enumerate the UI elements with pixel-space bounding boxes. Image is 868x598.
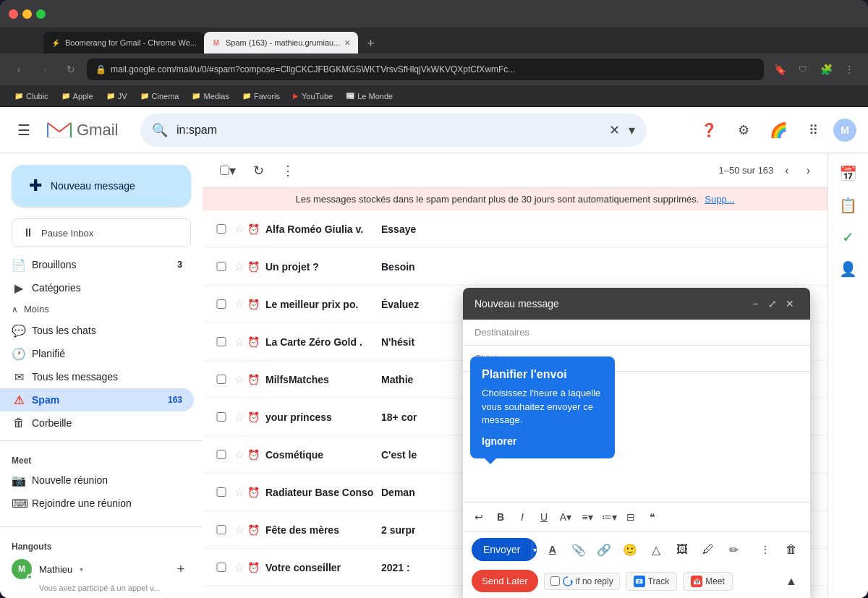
sidebar-item-planifie[interactable]: 🕐 Planifié xyxy=(0,342,194,365)
reload-button[interactable]: ↻ xyxy=(61,59,81,80)
pencil-button[interactable]: ✏ xyxy=(724,538,744,561)
bookmark-medias[interactable]: 📁 Medias xyxy=(186,90,234,103)
search-input[interactable] xyxy=(176,124,600,137)
bookmark-lemonde[interactable]: 📰 Le Monde xyxy=(340,90,399,103)
star-icon[interactable]: ☆ xyxy=(234,410,244,424)
bookmark-youtube[interactable]: ▶ YouTube xyxy=(287,90,339,103)
format-list-button[interactable]: ≔▾ xyxy=(599,507,619,527)
rainbow-icon[interactable]: 🌈 xyxy=(764,116,793,145)
right-icon-calendar[interactable]: 📅 xyxy=(834,159,863,188)
footer-more-button[interactable]: ⋮ xyxy=(755,538,775,561)
right-icon-tasks[interactable]: ✓ xyxy=(834,223,863,252)
hamburger-menu[interactable]: ☰ xyxy=(12,116,36,145)
email-checkbox[interactable] xyxy=(214,450,229,459)
compose-to-field[interactable]: Destinataires xyxy=(463,320,810,346)
email-checkbox[interactable] xyxy=(214,375,229,384)
email-row[interactable]: ☆ ⏰ Alfa Roméo Giulia v. Essaye xyxy=(203,210,827,248)
star-icon[interactable]: ☆ xyxy=(234,448,244,461)
select-all-dropdown-icon[interactable]: ▾ xyxy=(229,163,236,179)
more-actions-button[interactable]: ⋮ xyxy=(276,160,300,181)
bookmark-clubic[interactable]: 📁 Clubic xyxy=(9,90,54,103)
select-all-button[interactable]: ▾ xyxy=(214,160,242,181)
bookmark-button[interactable]: 🔖 xyxy=(770,59,790,80)
format-align-button[interactable]: ≡▾ xyxy=(577,507,597,527)
if-no-reply-button[interactable]: if no reply xyxy=(544,573,620,590)
refresh-button[interactable]: ↻ xyxy=(247,160,270,181)
snooze-icon[interactable]: ⏰ xyxy=(247,299,260,310)
hangout-dropdown-icon[interactable]: ▾ xyxy=(80,565,83,573)
bookmark-apple[interactable]: 📁 Apple xyxy=(56,90,99,103)
send-dropdown-button[interactable]: ▾ xyxy=(532,539,536,560)
email-checkbox[interactable] xyxy=(214,563,229,572)
search-icon[interactable]: 🔍 xyxy=(152,122,168,138)
snooze-icon[interactable]: ⏰ xyxy=(247,223,260,235)
sidebar-item-brouillons[interactable]: 📄 Brouillons 3 xyxy=(0,253,194,276)
insert-link-button[interactable]: 🔗 xyxy=(594,538,614,561)
insert-emoji-button[interactable]: 🙂 xyxy=(620,538,640,561)
search-options-icon[interactable]: ▾ xyxy=(629,122,635,138)
sidebar-item-spam[interactable]: ⚠ Spam 163 xyxy=(0,388,194,411)
pause-inbox-button[interactable]: ⏸ Pause Inbox xyxy=(12,218,191,247)
settings-button[interactable]: ⚙ xyxy=(729,116,758,145)
maximize-button[interactable] xyxy=(36,9,46,19)
snooze-icon[interactable]: ⏰ xyxy=(247,524,260,536)
compose-body[interactable]: Planifier l'envoi Choisissez l'heure à l… xyxy=(463,372,810,502)
compose-expand-button[interactable]: ⤢ xyxy=(764,295,781,312)
meet-button[interactable]: 📅 Meet xyxy=(683,572,733,591)
email-checkbox[interactable] xyxy=(214,525,229,534)
sidebar-moins-header[interactable]: ∧ Moins xyxy=(0,299,203,319)
if-no-reply-checkbox[interactable] xyxy=(550,576,560,586)
sidebar-item-new-meeting[interactable]: 📷 Nouvelle réunion xyxy=(0,469,194,492)
format-font-color-button[interactable]: A▾ xyxy=(556,507,576,527)
extensions-icon[interactable]: 🧩 xyxy=(816,59,836,80)
snooze-icon[interactable]: ⏰ xyxy=(247,336,260,348)
minimize-button[interactable] xyxy=(22,9,32,19)
email-checkbox[interactable] xyxy=(214,262,229,271)
track-button[interactable]: 📧 Track xyxy=(626,572,678,591)
snooze-icon[interactable]: ⏰ xyxy=(247,374,260,385)
help-button[interactable]: ❓ xyxy=(694,116,723,145)
email-checkbox[interactable] xyxy=(214,412,229,422)
compose-button[interactable]: ✚ Nouveau message xyxy=(12,165,191,207)
snooze-icon[interactable]: ⏰ xyxy=(247,487,260,498)
star-icon[interactable]: ☆ xyxy=(234,372,244,386)
spam-notice-link[interactable]: Supp... xyxy=(705,194,734,205)
hangout-user-mathieu[interactable]: M Mathieu ▾ + xyxy=(0,555,203,584)
send-button[interactable]: Envoyer xyxy=(472,538,532,561)
send-later-button[interactable]: Send Later xyxy=(472,570,538,592)
email-row[interactable]: ☆ ⏰ Un projet ? Besoin xyxy=(203,248,827,286)
hangout-add-icon[interactable]: + xyxy=(171,559,191,579)
bookmark-jv[interactable]: 📁 JV xyxy=(101,90,133,103)
format-bold-button[interactable]: B xyxy=(490,507,511,527)
forward-button[interactable]: › xyxy=(35,59,55,80)
snooze-icon[interactable]: ⏰ xyxy=(247,449,260,461)
collapse-button[interactable]: ▲ xyxy=(781,571,801,591)
search-clear-icon[interactable]: ✕ xyxy=(609,122,620,138)
attach-file-button[interactable]: 📎 xyxy=(569,538,589,561)
pagination-prev-button[interactable]: ‹ xyxy=(779,161,794,180)
format-text-button[interactable]: A xyxy=(542,538,563,561)
right-icon-contacts[interactable]: 👤 xyxy=(834,255,863,283)
sidebar-item-corbeille[interactable]: 🗑 Corbeille xyxy=(0,411,194,435)
snooze-icon[interactable]: ⏰ xyxy=(247,411,260,423)
compose-minimize-button[interactable]: − xyxy=(746,295,764,312)
select-all-checkbox[interactable] xyxy=(220,166,229,175)
footer-delete-button[interactable]: 🗑 xyxy=(781,538,801,561)
tab-gmail[interactable]: M Spam (163) - mathieu.grumiau... × xyxy=(204,32,358,54)
insert-signature-button[interactable]: 🖊 xyxy=(698,538,718,561)
tab-boomerang[interactable]: ⚡ Boomerang for Gmail - Chrome We... xyxy=(43,32,204,54)
user-avatar[interactable]: M xyxy=(833,119,856,142)
compose-close-button[interactable]: ✕ xyxy=(781,295,799,312)
snooze-icon[interactable]: ⏰ xyxy=(247,562,260,573)
format-italic-button[interactable]: I xyxy=(512,507,532,527)
format-undo-button[interactable]: ↩ xyxy=(469,507,489,527)
star-icon[interactable]: ☆ xyxy=(234,485,244,499)
email-checkbox[interactable] xyxy=(214,487,229,497)
sidebar-item-categories[interactable]: ▶ Catégories xyxy=(0,276,194,299)
tab-close-icon[interactable]: × xyxy=(344,37,350,48)
right-icon-keep[interactable]: 📋 xyxy=(834,191,863,220)
schedule-ignore-button[interactable]: Ignorer xyxy=(482,435,603,447)
close-button[interactable] xyxy=(9,9,18,19)
new-tab-button[interactable]: + xyxy=(361,33,381,54)
sidebar-item-join-meeting[interactable]: ⌨ Rejoindre une réunion xyxy=(0,492,194,515)
